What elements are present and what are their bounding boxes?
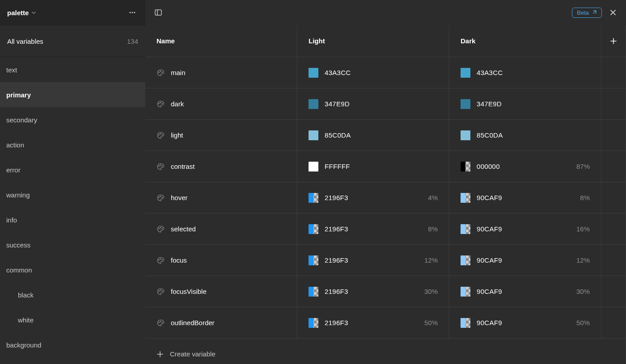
color-hex: 90CAF9 xyxy=(477,194,502,201)
create-variable-button[interactable]: Create variable xyxy=(146,339,625,364)
variable-value-cell[interactable]: 2196F350% xyxy=(298,308,448,338)
row-end-spacer xyxy=(601,88,626,120)
row-end-spacer xyxy=(601,182,626,213)
toggle-sidebar-button[interactable] xyxy=(152,6,165,19)
sidebar-group-item[interactable]: secondary xyxy=(0,107,145,132)
variable-value-cell[interactable]: 43A3CC xyxy=(298,58,448,88)
column-header-mode-1[interactable]: Dark xyxy=(449,25,601,57)
color-hex: 2196F3 xyxy=(325,288,348,295)
variable-value-cell[interactable]: 2196F330% xyxy=(298,276,448,306)
variable-name: dark xyxy=(171,100,184,108)
variable-value-cell[interactable]: 90CAF912% xyxy=(450,245,601,275)
variable-name: main xyxy=(171,69,186,76)
sidebar-group-item[interactable]: success xyxy=(0,232,145,257)
column-header-mode-0[interactable]: Light xyxy=(297,25,449,57)
all-variables-summary[interactable]: All variables 134 xyxy=(0,25,145,57)
variable-value-cell[interactable]: 347E9D xyxy=(450,89,601,119)
variable-value-cell[interactable]: 2196F34% xyxy=(298,183,448,213)
variable-value-cell[interactable]: 90CAF950% xyxy=(450,308,601,338)
color-swatch xyxy=(461,130,470,140)
color-hex: 90CAF9 xyxy=(477,319,502,326)
variable-row[interactable]: focusVisible2196F330%90CAF930% xyxy=(145,276,626,307)
row-end-spacer xyxy=(601,213,626,245)
color-hex: 90CAF9 xyxy=(477,256,502,264)
sidebar-group-label: warning xyxy=(6,191,30,199)
color-hex: 85C0DA xyxy=(325,131,351,139)
plus-icon xyxy=(610,38,617,45)
variable-row[interactable]: focus2196F312%90CAF912% xyxy=(145,245,626,276)
color-alpha: 8% xyxy=(428,225,438,233)
variable-value-cell[interactable]: 2196F38% xyxy=(298,214,448,244)
variable-value-cell[interactable]: 90CAF98% xyxy=(450,183,601,213)
color-hex: 2196F3 xyxy=(325,225,348,233)
sidebar-group-label: text xyxy=(6,66,17,74)
external-link-icon xyxy=(592,10,597,15)
svg-rect-3 xyxy=(155,10,161,15)
variable-row[interactable]: outlinedBorder2196F350%90CAF950% xyxy=(145,307,626,339)
variable-value-cell[interactable]: 90CAF930% xyxy=(450,276,601,306)
close-icon xyxy=(609,8,617,17)
close-button[interactable] xyxy=(606,6,620,19)
column-header-mode-0-label: Light xyxy=(309,37,325,45)
beta-badge[interactable]: Beta xyxy=(572,8,602,18)
variable-row[interactable]: main43A3CC43A3CC xyxy=(145,57,626,88)
sidebar-group-item[interactable]: error xyxy=(0,157,145,182)
row-end-spacer xyxy=(601,57,626,88)
color-alpha: 16% xyxy=(576,225,590,233)
sidebar-group-item[interactable]: warning xyxy=(0,182,145,207)
sidebar-group-item[interactable]: common xyxy=(0,257,145,282)
svg-point-19 xyxy=(162,197,163,198)
palette-icon xyxy=(156,225,165,233)
more-options-button[interactable] xyxy=(126,6,139,19)
variable-row[interactable]: dark347E9D347E9D xyxy=(145,88,626,120)
column-header-name[interactable]: Name xyxy=(145,25,297,57)
sidebar-group-item[interactable]: text xyxy=(0,57,145,82)
variable-value-cell[interactable]: 2196F312% xyxy=(298,245,448,275)
sidebar-group-item[interactable]: black xyxy=(0,282,145,307)
row-end-spacer xyxy=(601,245,626,276)
variable-row[interactable]: contrastFFFFFF00000087% xyxy=(145,151,626,182)
plus-icon xyxy=(156,351,164,358)
palette-icon xyxy=(156,256,165,264)
sidebar-group-item[interactable]: background xyxy=(0,332,145,357)
svg-point-23 xyxy=(159,259,160,260)
add-mode-button[interactable] xyxy=(601,25,626,57)
sidebar-group-item[interactable]: action xyxy=(0,132,145,157)
sidebar-group-item[interactable]: white xyxy=(0,307,145,332)
color-hex: 2196F3 xyxy=(325,194,348,201)
variable-name: focusVisible xyxy=(171,288,207,295)
color-swatch xyxy=(461,287,470,297)
chevron-down-icon xyxy=(31,10,36,15)
svg-point-29 xyxy=(159,322,160,323)
variable-value-cell[interactable]: 00000087% xyxy=(450,151,601,181)
color-alpha: 87% xyxy=(576,163,590,170)
variable-value-cell[interactable]: 347E9D xyxy=(298,89,448,119)
svg-point-15 xyxy=(160,164,161,165)
table-header-row: Name Light Dark xyxy=(145,25,626,57)
palette-icon xyxy=(156,100,165,108)
variable-value-cell[interactable]: FFFFFF xyxy=(298,151,448,181)
color-swatch xyxy=(309,68,318,78)
group-list: textprimarysecondaryactionerrorwarningin… xyxy=(0,57,145,364)
variable-value-cell[interactable]: 85C0DA xyxy=(298,120,448,150)
sidebar-group-item[interactable]: primary xyxy=(0,82,145,107)
sidebar-group-item[interactable]: info xyxy=(0,207,145,232)
svg-point-1 xyxy=(131,12,133,13)
variable-value-cell[interactable]: 43A3CC xyxy=(450,58,601,88)
collection-selector[interactable]: palette xyxy=(7,9,36,17)
variable-value-cell[interactable]: 85C0DA xyxy=(450,120,601,150)
variable-value-cell[interactable]: 90CAF916% xyxy=(450,214,601,244)
svg-point-12 xyxy=(160,133,161,134)
color-alpha: 30% xyxy=(576,288,590,295)
variable-row[interactable]: light85C0DA85C0DA xyxy=(145,120,626,151)
color-alpha: 12% xyxy=(576,256,590,264)
sidebar-group-label: white xyxy=(18,316,34,324)
color-alpha: 4% xyxy=(428,194,438,201)
sidebar-group-label: background xyxy=(6,341,41,349)
sidebar-group-label: black xyxy=(18,291,34,299)
color-swatch xyxy=(309,130,318,140)
color-alpha: 8% xyxy=(580,194,590,201)
row-end-spacer xyxy=(601,307,626,339)
variable-row[interactable]: hover2196F34%90CAF98% xyxy=(145,182,626,213)
variable-row[interactable]: selected2196F38%90CAF916% xyxy=(145,213,626,245)
